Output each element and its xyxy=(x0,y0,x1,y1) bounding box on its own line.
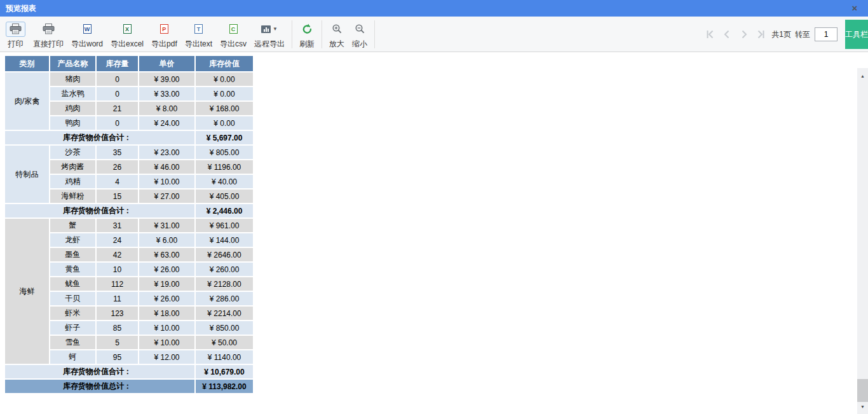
export-pdf-button[interactable]: P导出pdf xyxy=(148,19,180,50)
csv-doc-icon: C xyxy=(229,24,238,34)
close-icon[interactable]: × xyxy=(846,0,863,17)
zoom-in-button[interactable]: 放大 xyxy=(326,19,348,50)
zoom-in-icon xyxy=(332,22,342,37)
unit-price-cell: ¥ 26.00 xyxy=(139,292,194,305)
pdf-doc-icon: P xyxy=(160,24,168,34)
excel-doc-icon: X xyxy=(123,24,132,34)
print-button[interactable]: 打印 xyxy=(3,19,29,50)
dropdown-caret-icon: ▼ xyxy=(273,26,278,32)
stock-value-cell: ¥ 144.00 xyxy=(196,233,253,247)
stock-value-cell: ¥ 260.00 xyxy=(196,263,253,276)
zoom-out-label: 缩小 xyxy=(352,39,367,50)
toolbar-separator xyxy=(292,20,292,48)
category-cell: 特制品 xyxy=(5,146,49,203)
unit-price-cell: ¥ 27.00 xyxy=(139,190,194,203)
zoom-out-button[interactable]: 缩小 xyxy=(349,19,370,50)
refresh-button[interactable]: 刷新 xyxy=(296,19,318,50)
product-name-cell: 龙虾 xyxy=(50,233,95,247)
scroll-up-icon[interactable]: ▲ xyxy=(857,71,868,81)
subtotal-label-cell: 库存货物价值合计： xyxy=(5,365,194,378)
stock-value-cell: ¥ 1140.00 xyxy=(196,350,253,364)
unit-price-cell: ¥ 6.00 xyxy=(139,233,194,247)
titlebar: 预览报表 × xyxy=(0,0,868,17)
page-number-input[interactable] xyxy=(815,27,837,41)
table-header-row: 类别产品名称库存量单价库存价值 xyxy=(5,56,253,71)
stock-value-cell: ¥ 961.00 xyxy=(196,219,253,232)
refresh-label: 刷新 xyxy=(299,39,315,50)
unit-price-cell: ¥ 26.00 xyxy=(139,263,194,276)
stock-value-cell: ¥ 805.00 xyxy=(196,146,253,159)
column-header: 库存价值 xyxy=(196,56,253,71)
toolbar-separator xyxy=(374,20,375,48)
stock-qty-cell: 112 xyxy=(97,277,138,291)
unit-price-cell: ¥ 63.00 xyxy=(139,248,194,261)
subtotal-label-cell: 库存货物价值合计： xyxy=(5,131,194,144)
scrollbar-thumb[interactable] xyxy=(857,379,868,402)
unit-price-cell: ¥ 10.00 xyxy=(139,175,194,188)
unit-price-cell: ¥ 8.00 xyxy=(139,102,194,115)
product-name-cell: 猪肉 xyxy=(50,72,95,86)
export-excel-button[interactable]: X导出excel xyxy=(107,19,147,50)
stock-value-cell: ¥ 50.00 xyxy=(196,336,253,349)
tool-panel-toggle-button[interactable]: 工具栏 xyxy=(845,20,868,49)
product-name-cell: 干贝 xyxy=(50,292,95,305)
stock-qty-cell: 10 xyxy=(97,263,138,276)
csv-doc-icon: C xyxy=(229,22,238,37)
product-name-cell: 盐水鸭 xyxy=(50,87,95,100)
remote-export-icon: ▼ xyxy=(261,22,278,37)
product-name-cell: 黄鱼 xyxy=(50,263,95,276)
export-text-button[interactable]: T导出text xyxy=(182,19,215,50)
unit-price-cell: ¥ 18.00 xyxy=(139,307,194,320)
stock-value-cell: ¥ 2214.00 xyxy=(196,307,253,320)
stock-qty-cell: 5 xyxy=(97,336,138,349)
stock-value-cell: ¥ 0.00 xyxy=(196,72,253,86)
vertical-scrollbar[interactable]: ▲ ▼ xyxy=(857,68,868,414)
remote-export-button[interactable]: ▼远程导出 xyxy=(251,19,288,50)
toolbar-separator xyxy=(322,20,322,48)
stock-value-cell: ¥ 0.00 xyxy=(196,116,253,130)
product-name-cell: 鸡肉 xyxy=(50,102,95,115)
unit-price-cell: ¥ 24.00 xyxy=(139,116,194,130)
unit-price-cell: ¥ 19.00 xyxy=(139,277,194,291)
unit-price-cell: ¥ 23.00 xyxy=(139,146,194,159)
printer-icon xyxy=(43,22,55,37)
product-name-cell: 鱿鱼 xyxy=(50,277,95,291)
unit-price-cell: ¥ 39.00 xyxy=(139,72,194,86)
last-page-button[interactable] xyxy=(752,26,770,43)
stock-value-cell: ¥ 286.00 xyxy=(196,292,253,305)
first-page-button[interactable] xyxy=(701,26,718,43)
stock-qty-cell: 35 xyxy=(97,146,138,159)
scroll-down-icon[interactable]: ▼ xyxy=(857,401,868,411)
stock-value-cell: ¥ 1196.00 xyxy=(196,160,253,174)
stock-value-cell: ¥ 2128.00 xyxy=(196,277,253,291)
export-csv-label: 导出csv xyxy=(220,39,247,50)
unit-price-cell: ¥ 33.00 xyxy=(139,87,194,100)
stock-qty-cell: 21 xyxy=(97,102,138,115)
stock-qty-cell: 26 xyxy=(97,160,138,174)
export-word-button[interactable]: W导出word xyxy=(68,19,106,50)
table-row: 特制品沙茶35¥ 23.00¥ 805.00 xyxy=(5,146,253,159)
report-preview-window: 预览报表 × 打印直接打印W导出wordX导出excelP导出pdfT导出tex… xyxy=(0,0,868,414)
direct-print-label: 直接打印 xyxy=(33,39,64,50)
product-name-cell: 蟹 xyxy=(50,219,95,232)
zoom-out-icon xyxy=(355,22,365,37)
remote-export-label: 远程导出 xyxy=(254,39,285,50)
stock-qty-cell: 0 xyxy=(97,72,138,86)
product-name-cell: 烤肉酱 xyxy=(50,160,95,174)
export-csv-button[interactable]: C导出csv xyxy=(217,19,250,50)
export-pdf-label: 导出pdf xyxy=(151,39,177,50)
stock-qty-cell: 85 xyxy=(97,321,138,335)
goto-page-label: 转至 xyxy=(795,29,810,40)
stock-qty-cell: 4 xyxy=(97,175,138,188)
subtotal-value-cell: ¥ 10,679.00 xyxy=(196,365,253,378)
subtotal-value-cell: ¥ 2,446.00 xyxy=(196,204,253,217)
unit-price-cell: ¥ 46.00 xyxy=(139,160,194,174)
stock-qty-cell: 24 xyxy=(97,233,138,247)
product-name-cell: 海鲜粉 xyxy=(50,190,95,203)
previous-page-button[interactable] xyxy=(718,26,735,43)
product-name-cell: 墨鱼 xyxy=(50,248,95,261)
subtotal-value-cell: ¥ 5,697.00 xyxy=(196,131,253,144)
direct-print-button[interactable]: 直接打印 xyxy=(30,19,67,50)
stock-value-cell: ¥ 40.00 xyxy=(196,175,253,188)
next-page-button[interactable] xyxy=(735,26,752,43)
